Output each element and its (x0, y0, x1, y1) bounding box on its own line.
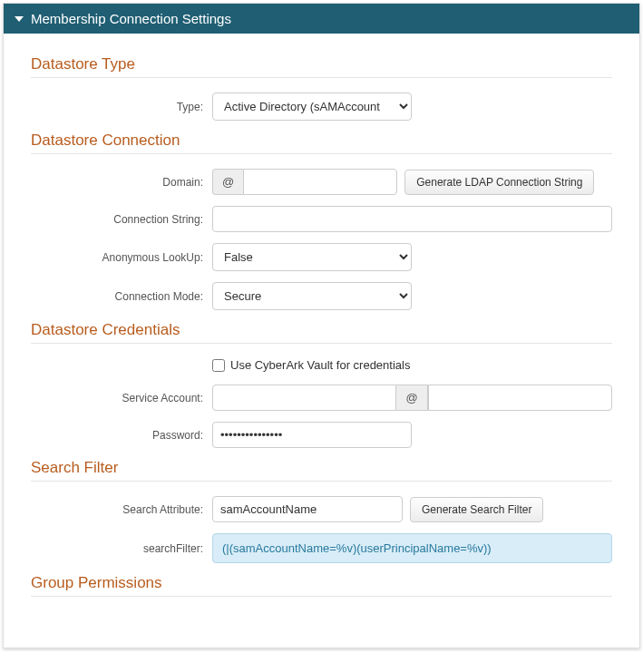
input-service-account-domain[interactable] (428, 385, 612, 411)
panel-title: Membership Connection Settings (31, 11, 231, 26)
row-connection-string: Connection String: (31, 206, 612, 232)
label-connection-string: Connection String: (31, 213, 212, 226)
section-search-filter-title: Search Filter (31, 459, 612, 482)
label-connection-mode: Connection Mode: (31, 290, 212, 303)
section-datastore-credentials-title: Datastore Credentials (31, 321, 612, 344)
chevron-down-icon (15, 16, 24, 22)
section-datastore-type-title: Datastore Type (31, 55, 612, 78)
input-domain[interactable] (243, 169, 397, 195)
row-domain: Domain: @ Generate LDAP Connection Strin… (31, 169, 612, 195)
label-type: Type: (31, 101, 212, 113)
select-type[interactable]: Active Directory (sAMAccount (212, 93, 412, 121)
label-password: Password: (31, 429, 212, 442)
row-service-account: Service Account: @ (31, 385, 612, 411)
label-search-attribute: Search Attribute: (31, 503, 212, 516)
search-filter-value: (|(samAccountName=%v)(userPrincipalName=… (212, 533, 612, 563)
row-search-filter: searchFilter: (|(samAccountName=%v)(user… (31, 533, 612, 563)
label-service-account: Service Account: (31, 392, 212, 404)
section-datastore-connection-title: Datastore Connection (31, 131, 612, 154)
at-icon: @ (212, 169, 243, 195)
select-anon-lookup[interactable]: False (212, 243, 412, 271)
row-connection-mode: Connection Mode: Secure (31, 282, 612, 310)
generate-search-filter-button[interactable]: Generate Search Filter (410, 497, 543, 522)
generate-ldap-button[interactable]: Generate LDAP Connection String (404, 170, 594, 195)
row-password: Password: (31, 422, 612, 448)
settings-panel: Membership Connection Settings Datastore… (3, 3, 640, 648)
panel-body: Datastore Type Type: Active Directory (s… (4, 34, 639, 648)
row-cyberark: Use CyberArk Vault for credentials (212, 358, 612, 372)
at-icon: @ (396, 385, 427, 411)
select-connection-mode[interactable]: Secure (212, 282, 412, 310)
panel-header[interactable]: Membership Connection Settings (4, 4, 639, 34)
input-password[interactable] (212, 422, 412, 448)
row-anon-lookup: Anonymous LookUp: False (31, 243, 612, 271)
label-domain: Domain: (31, 176, 212, 189)
service-account-input-group: @ (212, 385, 612, 411)
section-group-permissions-title: Group Permissions (31, 574, 612, 597)
row-search-attribute: Search Attribute: Generate Search Filter (31, 496, 612, 522)
input-search-attribute[interactable] (212, 496, 403, 522)
input-service-account[interactable] (212, 385, 396, 411)
row-type: Type: Active Directory (sAMAccount (31, 93, 612, 121)
label-anon-lookup: Anonymous LookUp: (31, 251, 212, 264)
label-search-filter: searchFilter: (31, 542, 212, 555)
checkbox-cyberark[interactable] (212, 359, 225, 372)
label-cyberark: Use CyberArk Vault for credentials (230, 358, 410, 372)
input-connection-string[interactable] (212, 206, 612, 232)
domain-input-group: @ (212, 169, 397, 195)
